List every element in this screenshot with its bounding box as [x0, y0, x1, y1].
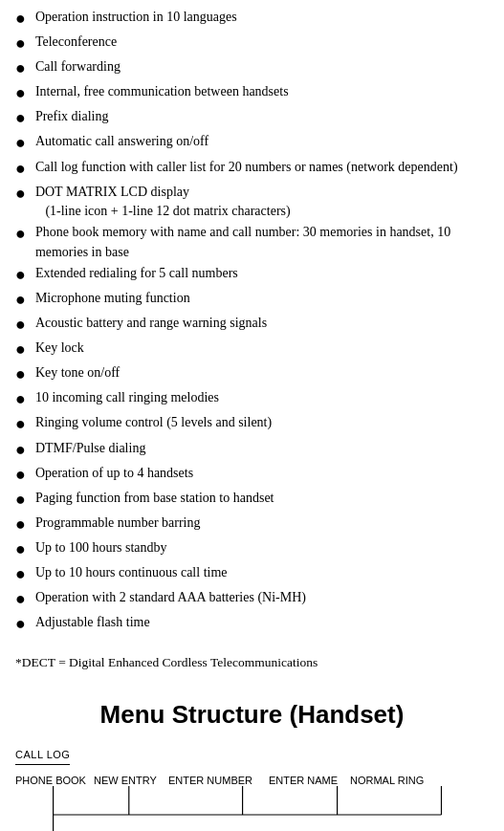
list-item: ● Automatic call answering on/off [15, 132, 489, 155]
bullet-text: Extended redialing for 5 call numbers [35, 264, 489, 283]
dect-note: *DECT = Digital Enhanced Cordless Teleco… [15, 653, 489, 672]
bullet-dot: ● [15, 130, 26, 155]
list-item: ● Ringing volume control (5 levels and s… [15, 413, 489, 436]
bullet-dot: ● [15, 386, 26, 411]
bullet-text: Adjustable flash time [35, 613, 489, 632]
bullet-text: 10 incoming call ringing melodies [35, 388, 489, 407]
enter-number-label: ENTER NUMBER [168, 775, 269, 786]
new-entry-label: NEW ENTRY [94, 775, 168, 786]
bullet-text: Key lock [35, 339, 489, 358]
bullet-dot: ● [15, 337, 26, 361]
bullet-dot: ● [15, 55, 26, 80]
menu-structure-heading: Menu Structure (Handset) [15, 700, 489, 730]
bullet-dot: ● [15, 586, 26, 611]
bullet-text: Up to 100 hours standby [35, 538, 489, 558]
list-item: ● Operation with 2 standard AAA batterie… [15, 588, 489, 611]
bullet-dot: ● [15, 6, 26, 31]
bullet-dot: ● [15, 221, 26, 246]
bullet-dot: ● [15, 80, 26, 105]
bullet-dot: ● [15, 561, 26, 586]
bullet-dot: ● [15, 31, 26, 55]
list-item: ● Call log function with caller list for… [15, 158, 489, 181]
bullet-text: Prefix dialing [35, 107, 489, 126]
bullet-dot: ● [15, 156, 26, 181]
bullet-text: Up to 10 hours continuous call time [35, 563, 489, 582]
list-item: ● Key tone on/off [15, 363, 489, 386]
list-item: ● Operation of up to 4 handsets [15, 464, 489, 487]
bullet-text: Acoustic battery and range warning signa… [35, 314, 489, 333]
bullet-text: Paging function from base station to han… [35, 489, 489, 508]
list-item: ● Acoustic battery and range warning sig… [15, 314, 489, 337]
list-item: ● Extended redialing for 5 call numbers [15, 264, 489, 287]
bullet-dot: ● [15, 262, 26, 287]
list-item: ● Microphone muting function [15, 289, 489, 312]
bullet-text: DOT MATRIX LCD display (1-line icon + 1-… [35, 183, 489, 222]
bullet-dot: ● [15, 611, 26, 636]
bullet-dot: ● [15, 411, 26, 436]
bullet-text: DTMF/Pulse dialing [35, 439, 489, 458]
bullet-text: Phone book memory with name and call num… [35, 223, 489, 262]
list-item: ● Up to 100 hours standby [15, 538, 489, 561]
bullet-text: Teleconference [35, 33, 489, 52]
bullet-dot: ● [15, 105, 26, 130]
enter-name-label: ENTER NAME [269, 775, 350, 786]
list-item: ● Up to 10 hours continuous call time [15, 563, 489, 586]
bullet-text: Microphone muting function [35, 289, 489, 308]
list-item: ● Phone book memory with name and call n… [15, 223, 489, 262]
list-item: ● 10 incoming call ringing melodies [15, 388, 489, 411]
bullet-dot: ● [15, 487, 26, 512]
call-log-label: CALL LOG [15, 749, 70, 760]
tree-diagram [15, 786, 489, 832]
bullet-text: Key tone on/off [35, 363, 489, 383]
list-item: ● Prefix dialing [15, 107, 489, 130]
bullet-text: Ringing volume control (5 levels and sil… [35, 413, 489, 432]
phone-book-label: PHONE BOOK [15, 775, 94, 786]
bullet-text: Programmable number barring [35, 514, 489, 533]
bullet-dot: ● [15, 287, 26, 312]
list-item: ● Adjustable flash time [15, 613, 489, 636]
bullet-dot: ● [15, 361, 26, 386]
bullet-text: Operation instruction in 10 languages [35, 8, 489, 27]
list-item: ● DOT MATRIX LCD display (1-line icon + … [15, 183, 489, 222]
bullet-text: Call forwarding [35, 57, 489, 77]
list-item: ● DTMF/Pulse dialing [15, 439, 489, 462]
menu-diagram: CALL LOG PHONE BOOK NEW ENTRY ENTER NUMB… [15, 747, 489, 832]
feature-list: ● Operation instruction in 10 languages … [15, 8, 489, 636]
bullet-dot: ● [15, 437, 26, 462]
list-item: ● Operation instruction in 10 languages [15, 8, 489, 31]
bullet-text: Internal, free communication between han… [35, 82, 489, 101]
list-item: ● Paging function from base station to h… [15, 489, 489, 512]
bullet-dot: ● [15, 536, 26, 561]
list-item: ● Internal, free communication between h… [15, 82, 489, 105]
bullet-dot: ● [15, 181, 26, 206]
bullet-dot: ● [15, 312, 26, 337]
bullet-text: Operation with 2 standard AAA batteries … [35, 588, 489, 607]
list-item: ● Key lock [15, 339, 489, 361]
bullet-text: Operation of up to 4 handsets [35, 464, 489, 483]
normal-ring-label: NORMAL RING [350, 775, 424, 786]
list-item: ● Call forwarding [15, 57, 489, 80]
bullet-dot: ● [15, 512, 26, 536]
bullet-text: Automatic call answering on/off [35, 132, 489, 151]
bullet-text: Call log function with caller list for 2… [35, 158, 489, 177]
bullet-dot: ● [15, 462, 26, 487]
list-item: ● Teleconference [15, 33, 489, 55]
list-item: ● Programmable number barring [15, 514, 489, 536]
